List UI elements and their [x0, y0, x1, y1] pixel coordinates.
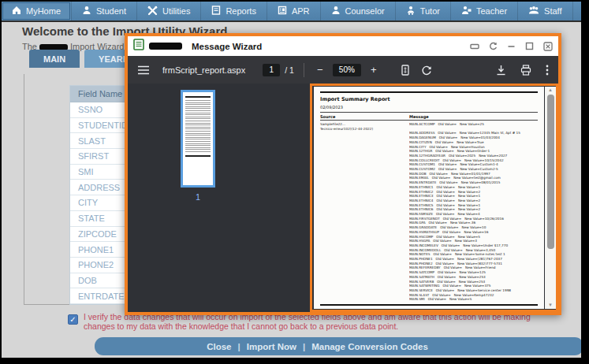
- report-top-rule: [320, 91, 538, 93]
- nav-item-counselor[interactable]: Counselor: [320, 2, 395, 20]
- toolbar-divider: [304, 63, 304, 77]
- application-window: MyHome Student Utilities Reports APR Cou…: [2, 2, 581, 358]
- minimize-icon[interactable]: [507, 43, 516, 50]
- report-date: 02/09/2023: [320, 105, 538, 110]
- source-column-header: Source: [320, 114, 409, 119]
- zoom-in-button[interactable]: +: [367, 64, 380, 76]
- nav-label: Staff: [544, 6, 561, 16]
- vertical-scrollbar[interactable]: ▲ ▼: [545, 87, 556, 309]
- tab-main[interactable]: MAIN: [29, 50, 80, 68]
- nav-label: MyHome: [26, 6, 61, 16]
- scroll-down-arrow[interactable]: ▼: [545, 302, 556, 309]
- page-total-label: / 1: [285, 65, 294, 75]
- zoom-level-input[interactable]: 50%: [333, 64, 361, 76]
- redaction-blob: [149, 43, 182, 50]
- dialog-title: Message Wizard: [192, 42, 262, 51]
- separator: |: [238, 342, 240, 351]
- dialog-titlebar: Message Wizard: [128, 36, 558, 56]
- nav-label: Student: [96, 6, 126, 16]
- nav-label: Utilities: [162, 6, 190, 16]
- report-title: Import Summary Report: [320, 96, 538, 102]
- thumbnail-page-number: 1: [181, 192, 215, 202]
- report-message-line: MAIN.SMI Old Value= New Value=S: [409, 297, 538, 302]
- pdf-toolbar: frmScript_report.aspx 1 / 1 − 50% +: [128, 56, 558, 84]
- report-column-headers: Source Message: [320, 112, 538, 121]
- toolbar-right-group: [496, 65, 549, 76]
- import-now-button[interactable]: Import Now: [247, 342, 296, 351]
- close-icon[interactable]: [543, 42, 553, 51]
- verify-line-2: changes to my data with the knowledge th…: [84, 321, 572, 331]
- nav-item-utilities[interactable]: Utilities: [136, 2, 200, 20]
- tutor-icon: [406, 6, 416, 17]
- report-body: SampleFile22... Tecnico-erreur102)(12-44…: [320, 122, 538, 302]
- nav-item-student[interactable]: Student: [71, 2, 136, 20]
- message-column-header: Message: [409, 114, 429, 119]
- nav-label: Counselor: [345, 6, 385, 16]
- close-button[interactable]: Close: [207, 342, 231, 351]
- maximize-icon[interactable]: [525, 42, 534, 50]
- scrollbar-thumb[interactable]: [547, 95, 554, 249]
- green-report-icon: [133, 39, 144, 54]
- thumbnail-preview: [185, 95, 211, 183]
- popout-icon[interactable]: [470, 43, 479, 50]
- page-number-input[interactable]: 1: [263, 64, 280, 76]
- apr-book-icon: [278, 6, 287, 17]
- footer-action-bar: Close | Import Now | Manage Conversion C…: [95, 337, 581, 355]
- page-thumbnail[interactable]: [181, 90, 215, 188]
- rotate-icon[interactable]: [421, 65, 432, 76]
- zoom-out-button[interactable]: −: [314, 64, 326, 76]
- nav-item-tutor[interactable]: Tutor: [395, 2, 450, 20]
- source-line: Tecnico-erreur102)(12-44-2022): [320, 127, 409, 132]
- refresh-icon[interactable]: [489, 42, 498, 50]
- report-message-list: MAIN.ACTCOMP Old Value= New Value=25MAIN…: [409, 122, 538, 302]
- manage-conversion-codes-button[interactable]: Manage Conversion Codes: [311, 342, 428, 351]
- nav-label: APR: [292, 6, 310, 16]
- report-icon: [211, 6, 221, 17]
- report-page: Import Summary Report 02/09/2023 Source …: [314, 87, 544, 309]
- top-navbar: MyHome Student Utilities Reports APR Cou…: [2, 2, 581, 22]
- pdf-filename: frmScript_report.aspx: [162, 65, 245, 75]
- nav-item-reports[interactable]: Reports: [200, 2, 267, 20]
- nav-label: Reports: [226, 6, 256, 16]
- download-icon[interactable]: [496, 65, 506, 76]
- kebab-menu-icon[interactable]: [546, 65, 549, 76]
- menu-icon[interactable]: [137, 65, 150, 75]
- window-controls: [470, 42, 553, 51]
- nav-item-apr[interactable]: APR: [267, 2, 320, 20]
- verify-checkbox[interactable]: ✓: [68, 314, 78, 325]
- nav-label: Teacher: [476, 6, 507, 16]
- nav-item-staff[interactable]: Staff: [517, 2, 572, 20]
- pdf-viewer-content: 1 Import Summary Report 02/09/2023 Sourc…: [128, 84, 558, 312]
- counselor-icon: [331, 6, 341, 17]
- tools-icon: [147, 6, 158, 17]
- nav-item-teacher[interactable]: Teacher: [450, 2, 517, 20]
- scroll-up-arrow[interactable]: ▲: [545, 87, 556, 94]
- print-icon[interactable]: [520, 65, 531, 76]
- report-bottom-rule: [320, 304, 538, 306]
- student-icon: [82, 6, 91, 17]
- fit-page-icon[interactable]: [401, 65, 410, 76]
- staff-group-icon: [528, 6, 539, 17]
- nav-item-admin[interactable]: Admin: [572, 2, 581, 20]
- teacher-icon: [461, 6, 472, 17]
- report-source-cell: SampleFile22... Tecnico-erreur102)(12-44…: [320, 122, 409, 302]
- separator: |: [303, 342, 305, 351]
- message-wizard-dialog: Message Wizard frmScript_report.aspx 1 /…: [125, 33, 561, 315]
- nav-label: Tutor: [420, 6, 440, 16]
- home-icon: [12, 6, 21, 17]
- nav-item-myhome[interactable]: MyHome: [2, 2, 71, 20]
